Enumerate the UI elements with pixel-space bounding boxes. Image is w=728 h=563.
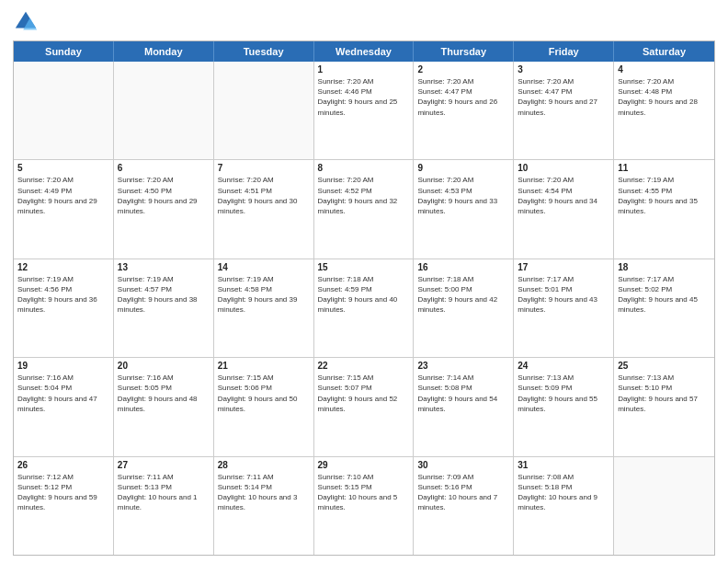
cell-day-number: 6	[118, 163, 210, 173]
calendar-cell: 28Sunrise: 7:11 AM Sunset: 5:14 PM Dayli…	[214, 457, 314, 555]
calendar-cell: 21Sunrise: 7:15 AM Sunset: 5:06 PM Dayli…	[214, 358, 314, 455]
cell-sun-info: Sunrise: 7:14 AM Sunset: 5:08 PM Dayligh…	[417, 373, 509, 414]
cell-sun-info: Sunrise: 7:20 AM Sunset: 4:46 PM Dayligh…	[318, 76, 410, 118]
cell-sun-info: Sunrise: 7:20 AM Sunset: 4:50 PM Dayligh…	[118, 175, 210, 216]
cell-day-number: 1	[318, 64, 410, 75]
calendar-cell: 27Sunrise: 7:11 AM Sunset: 5:13 PM Dayli…	[114, 457, 214, 555]
calendar-cell	[214, 62, 314, 159]
cell-sun-info: Sunrise: 7:20 AM Sunset: 4:48 PM Dayligh…	[618, 76, 711, 118]
calendar-body: 1Sunrise: 7:20 AM Sunset: 4:46 PM Daylig…	[14, 62, 714, 555]
calendar-cell: 23Sunrise: 7:14 AM Sunset: 5:08 PM Dayli…	[414, 358, 514, 455]
cell-day-number: 10	[518, 163, 609, 173]
weekday-header: Friday	[514, 41, 614, 62]
cell-day-number: 15	[318, 262, 410, 272]
cell-sun-info: Sunrise: 7:18 AM Sunset: 5:00 PM Dayligh…	[417, 274, 509, 316]
cell-sun-info: Sunrise: 7:20 AM Sunset: 4:47 PM Dayligh…	[518, 76, 609, 118]
calendar-cell: 25Sunrise: 7:13 AM Sunset: 5:10 PM Dayli…	[614, 358, 714, 455]
cell-sun-info: Sunrise: 7:17 AM Sunset: 5:02 PM Dayligh…	[618, 274, 711, 316]
cell-sun-info: Sunrise: 7:20 AM Sunset: 4:54 PM Dayligh…	[518, 175, 609, 216]
cell-day-number: 13	[118, 262, 210, 272]
cell-day-number: 23	[417, 361, 509, 371]
weekday-header: Tuesday	[214, 41, 314, 62]
logo-icon	[13, 9, 39, 35]
calendar-cell: 9Sunrise: 7:20 AM Sunset: 4:53 PM Daylig…	[414, 160, 514, 258]
calendar-cell: 31Sunrise: 7:08 AM Sunset: 5:18 PM Dayli…	[514, 457, 614, 555]
weekday-header: Saturday	[614, 41, 714, 62]
cell-sun-info: Sunrise: 7:12 AM Sunset: 5:12 PM Dayligh…	[17, 472, 109, 513]
calendar-cell: 5Sunrise: 7:20 AM Sunset: 4:49 PM Daylig…	[14, 160, 114, 258]
calendar-cell: 4Sunrise: 7:20 AM Sunset: 4:48 PM Daylig…	[614, 62, 714, 159]
cell-day-number: 20	[118, 361, 210, 371]
calendar-cell	[114, 62, 214, 159]
calendar-week-row: 19Sunrise: 7:16 AM Sunset: 5:04 PM Dayli…	[14, 357, 714, 455]
cell-sun-info: Sunrise: 7:09 AM Sunset: 5:16 PM Dayligh…	[417, 472, 509, 513]
cell-day-number: 26	[17, 460, 109, 470]
calendar-cell: 20Sunrise: 7:16 AM Sunset: 5:05 PM Dayli…	[114, 358, 214, 455]
weekday-header: Monday	[114, 41, 214, 62]
weekday-header: Thursday	[414, 41, 514, 62]
cell-day-number: 28	[218, 460, 310, 470]
calendar-cell: 13Sunrise: 7:19 AM Sunset: 4:57 PM Dayli…	[114, 259, 214, 357]
cell-sun-info: Sunrise: 7:16 AM Sunset: 5:04 PM Dayligh…	[17, 373, 109, 414]
logo	[13, 9, 41, 35]
cell-day-number: 5	[17, 163, 109, 173]
cell-day-number: 11	[618, 163, 711, 173]
cell-sun-info: Sunrise: 7:19 AM Sunset: 4:56 PM Dayligh…	[17, 274, 109, 316]
cell-sun-info: Sunrise: 7:20 AM Sunset: 4:51 PM Dayligh…	[218, 175, 310, 216]
cell-day-number: 4	[618, 64, 711, 75]
cell-sun-info: Sunrise: 7:10 AM Sunset: 5:15 PM Dayligh…	[318, 472, 410, 513]
calendar-cell: 24Sunrise: 7:13 AM Sunset: 5:09 PM Dayli…	[514, 358, 614, 455]
calendar-week-row: 26Sunrise: 7:12 AM Sunset: 5:12 PM Dayli…	[14, 456, 714, 555]
calendar-week-row: 1Sunrise: 7:20 AM Sunset: 4:46 PM Daylig…	[14, 62, 714, 159]
calendar-header: SundayMondayTuesdayWednesdayThursdayFrid…	[14, 41, 714, 62]
cell-day-number: 8	[318, 163, 410, 173]
page: SundayMondayTuesdayWednesdayThursdayFrid…	[0, 0, 728, 563]
cell-day-number: 19	[17, 361, 109, 371]
calendar-cell: 10Sunrise: 7:20 AM Sunset: 4:54 PM Dayli…	[514, 160, 614, 258]
cell-sun-info: Sunrise: 7:16 AM Sunset: 5:05 PM Dayligh…	[118, 373, 210, 414]
cell-day-number: 29	[318, 460, 410, 470]
header	[13, 9, 715, 35]
cell-day-number: 22	[318, 361, 410, 371]
calendar-cell: 30Sunrise: 7:09 AM Sunset: 5:16 PM Dayli…	[414, 457, 514, 555]
cell-day-number: 31	[518, 460, 609, 470]
cell-day-number: 25	[618, 361, 711, 371]
cell-sun-info: Sunrise: 7:13 AM Sunset: 5:09 PM Dayligh…	[518, 373, 609, 414]
weekday-header: Sunday	[14, 41, 114, 62]
cell-day-number: 3	[518, 64, 609, 75]
calendar-cell	[14, 62, 114, 159]
cell-day-number: 18	[618, 262, 711, 272]
cell-day-number: 21	[218, 361, 310, 371]
calendar-cell: 17Sunrise: 7:17 AM Sunset: 5:01 PM Dayli…	[514, 259, 614, 357]
calendar-cell: 18Sunrise: 7:17 AM Sunset: 5:02 PM Dayli…	[614, 259, 714, 357]
cell-sun-info: Sunrise: 7:20 AM Sunset: 4:53 PM Dayligh…	[417, 175, 509, 216]
calendar-week-row: 12Sunrise: 7:19 AM Sunset: 4:56 PM Dayli…	[14, 259, 714, 357]
cell-sun-info: Sunrise: 7:19 AM Sunset: 4:55 PM Dayligh…	[618, 175, 711, 216]
calendar-cell: 22Sunrise: 7:15 AM Sunset: 5:07 PM Dayli…	[314, 358, 415, 455]
calendar-cell: 14Sunrise: 7:19 AM Sunset: 4:58 PM Dayli…	[214, 259, 314, 357]
cell-day-number: 7	[218, 163, 310, 173]
cell-day-number: 30	[417, 460, 509, 470]
calendar-cell: 19Sunrise: 7:16 AM Sunset: 5:04 PM Dayli…	[14, 358, 114, 455]
calendar: SundayMondayTuesdayWednesdayThursdayFrid…	[13, 40, 715, 556]
calendar-cell: 11Sunrise: 7:19 AM Sunset: 4:55 PM Dayli…	[614, 160, 714, 258]
cell-sun-info: Sunrise: 7:15 AM Sunset: 5:07 PM Dayligh…	[318, 373, 410, 414]
cell-day-number: 16	[417, 262, 509, 272]
cell-sun-info: Sunrise: 7:18 AM Sunset: 4:59 PM Dayligh…	[318, 274, 410, 316]
cell-day-number: 14	[218, 262, 310, 272]
calendar-cell: 1Sunrise: 7:20 AM Sunset: 4:46 PM Daylig…	[314, 62, 415, 159]
calendar-cell: 7Sunrise: 7:20 AM Sunset: 4:51 PM Daylig…	[214, 160, 314, 258]
cell-sun-info: Sunrise: 7:13 AM Sunset: 5:10 PM Dayligh…	[618, 373, 711, 414]
calendar-cell: 15Sunrise: 7:18 AM Sunset: 4:59 PM Dayli…	[314, 259, 415, 357]
cell-day-number: 2	[417, 64, 509, 75]
cell-sun-info: Sunrise: 7:17 AM Sunset: 5:01 PM Dayligh…	[518, 274, 609, 316]
calendar-cell: 29Sunrise: 7:10 AM Sunset: 5:15 PM Dayli…	[314, 457, 415, 555]
cell-sun-info: Sunrise: 7:15 AM Sunset: 5:06 PM Dayligh…	[218, 373, 310, 414]
cell-sun-info: Sunrise: 7:19 AM Sunset: 4:57 PM Dayligh…	[118, 274, 210, 316]
cell-sun-info: Sunrise: 7:11 AM Sunset: 5:14 PM Dayligh…	[218, 472, 310, 513]
calendar-cell	[614, 457, 714, 555]
cell-sun-info: Sunrise: 7:20 AM Sunset: 4:49 PM Dayligh…	[17, 175, 109, 216]
cell-sun-info: Sunrise: 7:11 AM Sunset: 5:13 PM Dayligh…	[118, 472, 210, 513]
cell-day-number: 24	[518, 361, 609, 371]
cell-sun-info: Sunrise: 7:20 AM Sunset: 4:47 PM Dayligh…	[417, 76, 509, 118]
